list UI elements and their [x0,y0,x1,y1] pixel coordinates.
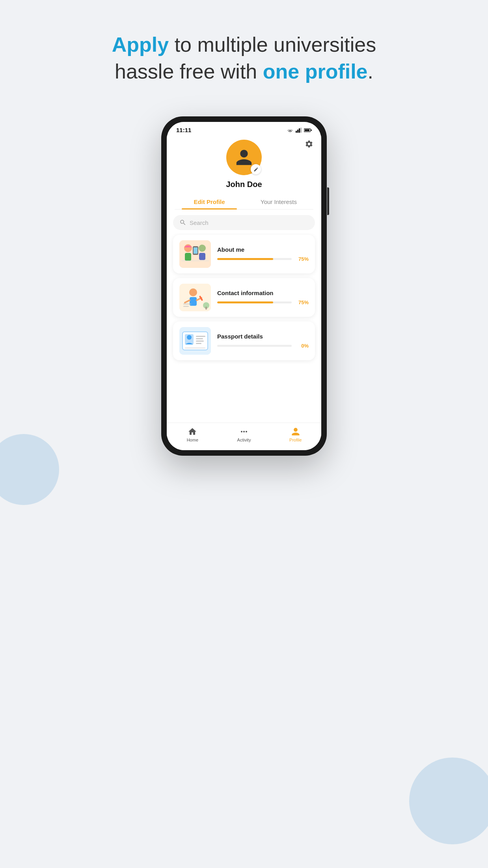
headline-text2: hassle free with [115,60,263,83]
about-me-progress-bg [217,258,292,260]
about-illustration-svg [179,240,211,268]
about-me-card[interactable]: About me 75% [173,235,315,273]
svg-rect-29 [196,336,205,337]
contact-card-info: Contact information 75% [217,290,309,305]
person-icon [235,148,253,167]
svg-rect-2 [299,128,300,133]
nav-activity-label: Activity [237,438,251,442]
passport-card-info: Passport details 0% [217,333,309,349]
svg-rect-6 [311,129,312,131]
bg-circle-right [409,758,488,844]
nav-profile[interactable]: Profile [270,427,321,442]
battery-icon [304,128,312,133]
search-container: Search [167,210,321,233]
svg-rect-11 [194,247,197,254]
svg-rect-31 [196,340,204,342]
user-name: John Doe [226,180,262,189]
signal-icon [296,127,302,133]
about-me-progress-fill [217,258,273,260]
svg-point-28 [187,335,192,340]
headline-apply: Apply [112,33,169,56]
svg-point-35 [243,431,245,432]
svg-point-12 [199,245,206,252]
activity-icon [239,427,249,436]
headline-text1: to multiple universities [169,33,376,56]
profile-icon [291,427,300,436]
phone-mockup: 11:11 [161,116,327,456]
passport-illustration [179,327,211,355]
phone-side-button [327,187,329,215]
svg-rect-32 [196,343,201,344]
svg-rect-30 [196,338,203,339]
headline-one-profile: one profile [263,60,368,83]
tab-edit-profile[interactable]: Edit Profile [175,195,244,209]
profile-tabs: Edit Profile Your Interests [175,195,313,210]
svg-rect-24 [205,307,207,310]
profile-header: John Doe Edit Profile Your Interests [167,136,321,210]
nav-profile-label: Profile [289,438,302,442]
about-me-title: About me [217,246,309,253]
status-bar: 11:11 [167,122,321,136]
bg-circle-left [0,434,59,505]
passport-card[interactable]: Passport details 0% [173,322,315,360]
contact-progress-pct: 75% [295,299,309,305]
contact-illustration-svg [179,284,211,311]
contact-illustration [179,284,211,311]
nav-home[interactable]: Home [167,427,218,442]
search-placeholder: Search [190,219,209,226]
svg-point-34 [241,431,242,432]
svg-rect-3 [300,127,302,133]
home-icon [188,427,197,436]
search-icon [179,219,186,226]
headline-period: . [368,60,373,83]
cards-list: About me 75% [167,233,321,423]
svg-rect-0 [296,131,297,133]
svg-rect-13 [199,253,205,260]
status-icons [287,127,312,133]
svg-rect-9 [185,253,191,261]
headline: Apply to multiple universities hassle fr… [112,32,376,85]
contact-progress-bg [217,301,292,303]
svg-rect-5 [305,129,310,131]
svg-point-36 [246,431,247,432]
contact-card[interactable]: Contact information 75% [173,278,315,317]
tab-your-interests[interactable]: Your Interests [244,195,313,209]
passport-title: Passport details [217,333,309,340]
about-me-progress-row: 75% [217,256,309,262]
avatar-container [226,140,262,175]
settings-icon[interactable] [305,140,313,151]
contact-progress-row: 75% [217,299,309,305]
svg-rect-21 [183,303,191,305]
passport-progress-bg [217,345,292,347]
svg-rect-33 [185,348,205,348]
contact-progress-fill [217,301,273,303]
passport-progress-pct: 0% [295,343,309,349]
phone-frame: 11:11 [161,116,327,456]
passport-progress-row: 0% [217,343,309,349]
about-me-illustration [179,240,211,268]
contact-title: Contact information [217,290,309,296]
about-me-progress-pct: 75% [295,256,309,262]
nav-activity[interactable]: Activity [218,427,270,442]
nav-home-label: Home [187,438,198,442]
svg-rect-1 [297,129,298,133]
status-time: 11:11 [176,127,191,133]
wifi-icon [287,127,294,133]
profile-content: John Doe Edit Profile Your Interests [167,136,321,450]
about-me-card-info: About me 75% [217,246,309,262]
phone-screen: 11:11 [167,122,321,450]
passport-illustration-svg [179,327,211,355]
bottom-nav: Home Activity Profil [167,423,321,450]
svg-rect-22 [183,306,189,307]
svg-point-16 [189,288,197,296]
search-bar[interactable]: Search [173,215,315,230]
edit-avatar-button[interactable] [251,164,261,174]
